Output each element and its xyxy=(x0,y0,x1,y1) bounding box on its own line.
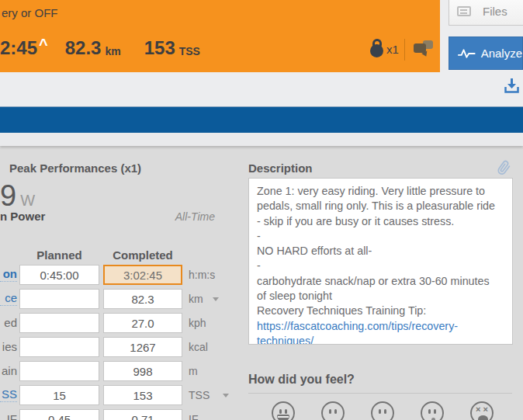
feel-grin-face-icon[interactable] xyxy=(272,401,295,420)
duration-stat: 2:45 xyxy=(0,37,37,59)
description-line: Zone 1: very easy riding. Very little pr… xyxy=(257,184,504,199)
feel-neutral-face-icon[interactable] xyxy=(321,401,345,420)
tss-label[interactable]: SS xyxy=(0,385,17,402)
table-row-tss: SS TSS xyxy=(0,385,241,405)
section-tab-bar[interactable] xyxy=(0,106,523,133)
if-completed-input[interactable] xyxy=(103,409,182,420)
workout-stats: 2:45 ^ 82.3 km 153 TSS xyxy=(0,36,200,61)
tss-completed-input[interactable] xyxy=(103,385,182,405)
peak-performances-title: Peak Performances (x1) xyxy=(9,161,141,175)
calories-planned-input[interactable] xyxy=(19,337,99,357)
tss-unit: TSS xyxy=(189,385,210,405)
description-line: carbohydrate snack/nap or extra 30-60 mi… xyxy=(257,274,504,289)
calories-completed-input[interactable] xyxy=(103,337,182,357)
planned-column-header: Planned xyxy=(19,248,99,262)
tss-stat: 153 xyxy=(144,37,175,59)
download-icon[interactable] xyxy=(504,78,520,97)
description-link[interactable]: https://fascatcoaching.com/tips/recovery… xyxy=(257,319,504,334)
distance-planned-input[interactable] xyxy=(19,289,99,309)
elevation-completed-input[interactable] xyxy=(103,361,182,381)
peak-power-value: 9W xyxy=(0,179,35,213)
description-textarea[interactable]: Zone 1: very easy riding. Very little pr… xyxy=(248,178,513,345)
description-link[interactable]: techniques/ xyxy=(257,334,504,345)
duration-completed-input[interactable] xyxy=(103,265,182,285)
distance-completed-input[interactable] xyxy=(103,289,182,309)
description-line: Recovery Techniques Training Tip: xyxy=(257,304,504,318)
description-title: Description xyxy=(248,161,313,175)
peak-scope-label: All-Time xyxy=(124,210,215,223)
peak-metric-label: n Power xyxy=(0,210,45,223)
distance-stat: 82.3 xyxy=(65,37,102,59)
completed-column-header: Completed xyxy=(103,248,182,262)
distance-stat-unit: km xyxy=(105,45,120,57)
distance-unit: km xyxy=(189,289,203,309)
metrics-table: on h:m:s ce km ed kph ies kcal ain m SS … xyxy=(0,265,241,420)
description-line: NO HARD efforts at all- xyxy=(257,244,504,259)
table-row-distance: ce km xyxy=(0,289,241,309)
speed-completed-input[interactable] xyxy=(103,313,182,333)
tss-unit-dropdown-icon[interactable] xyxy=(223,394,229,397)
table-row-duration: on h:m:s xyxy=(0,265,241,285)
duration-unit: h:m:s xyxy=(189,265,215,285)
speed-planned-input[interactable] xyxy=(19,313,99,333)
feel-rating: ×× xyxy=(272,401,494,420)
tss-planned-input[interactable] xyxy=(19,385,99,405)
files-button[interactable]: Files xyxy=(449,0,523,26)
feel-dead-face-icon[interactable]: ×× xyxy=(470,401,494,420)
list-card-icon xyxy=(457,6,471,16)
feel-neutral-face-icon[interactable] xyxy=(371,401,394,420)
speed-unit: kph xyxy=(189,313,206,333)
workout-header: ery or OFF 2:45 ^ 82.3 km 153 TSS x1 xyxy=(0,0,440,72)
chevron-up-icon[interactable]: ^ xyxy=(39,36,48,54)
kettlebell-icon xyxy=(370,39,384,61)
distance-unit-dropdown-icon[interactable] xyxy=(213,297,219,301)
header-divider xyxy=(404,39,405,61)
table-row-speed: ed kph xyxy=(0,313,241,333)
analyze-button[interactable]: Analyze xyxy=(449,36,523,70)
duration-label[interactable]: on xyxy=(0,265,17,282)
table-row-calories: ies kcal xyxy=(0,337,241,357)
elevation-unit: m xyxy=(189,361,198,381)
workout-count-badge: x1 xyxy=(386,43,399,56)
speed-label: ed xyxy=(0,313,17,333)
pulse-icon xyxy=(458,47,476,60)
chat-bubbles-icon[interactable] xyxy=(414,40,433,56)
feel-section-title: How did you feel? xyxy=(248,373,355,387)
feel-divider xyxy=(248,393,512,394)
analyze-button-label: Analyze xyxy=(481,47,522,60)
elevation-planned-input[interactable] xyxy=(19,361,99,381)
description-line: - xyxy=(257,229,504,244)
calories-unit: kcal xyxy=(189,337,208,357)
description-line: - xyxy=(257,259,504,273)
files-button-label: Files xyxy=(483,5,507,18)
if-planned-input[interactable] xyxy=(19,409,99,420)
table-row-if: IF IF xyxy=(0,409,241,420)
if-label: IF xyxy=(0,409,17,420)
feel-weak-face-icon[interactable] xyxy=(421,401,444,420)
workout-title: ery or OFF xyxy=(2,6,58,19)
description-line: of sleep tonight xyxy=(257,289,504,304)
description-line: - skip if you are busy or it causes stre… xyxy=(257,214,504,229)
tss-stat-unit: TSS xyxy=(179,45,200,57)
table-row-elevation: ain m xyxy=(0,361,241,381)
if-unit: IF xyxy=(189,409,198,420)
elevation-label: ain xyxy=(0,361,17,381)
duration-planned-input[interactable] xyxy=(19,265,99,285)
calories-label: ies xyxy=(0,337,17,357)
peak-power-unit: W xyxy=(20,192,35,209)
description-line: pedals, small ring only. This is a pleas… xyxy=(257,199,504,213)
sub-band xyxy=(0,133,523,146)
distance-label[interactable]: ce xyxy=(0,289,17,306)
